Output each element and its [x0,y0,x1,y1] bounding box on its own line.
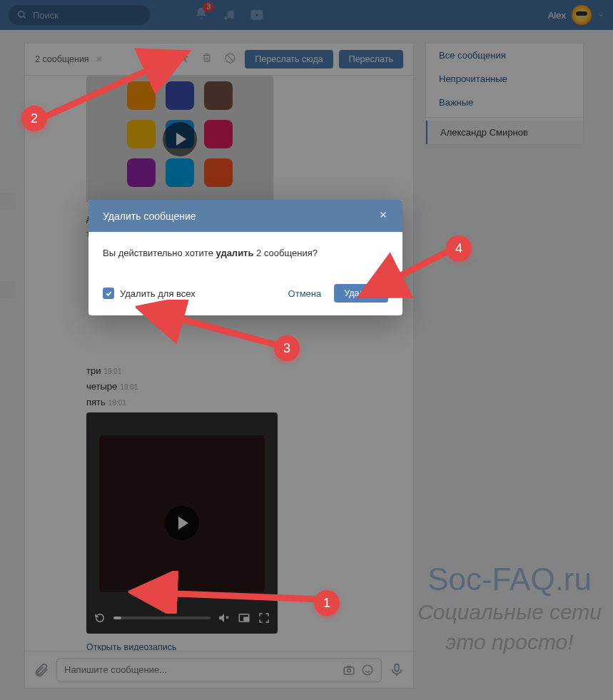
checkbox-icon [103,288,114,299]
cancel-button[interactable]: Отмена [288,288,322,299]
delete-modal: Удалить сообщение Вы действительно хотит… [88,200,402,315]
annotation-marker-3: 3 [274,335,300,361]
modal-body: Вы действительно хотите удалить 2 сообще… [88,232,402,274]
close-icon[interactable] [378,210,388,222]
annotation-marker-2: 2 [21,106,47,131]
modal-overlay[interactable] [0,0,613,700]
modal-footer: Удалить для всех Отмена Удалить [88,274,402,315]
annotation-marker-1: 1 [314,590,340,616]
modal-title: Удалить сообщение [103,210,378,222]
delete-for-all-checkbox[interactable]: Удалить для всех [103,288,196,299]
annotation-marker-4: 4 [446,235,472,261]
delete-button[interactable]: Удалить [334,284,388,303]
modal-header: Удалить сообщение [88,200,402,232]
